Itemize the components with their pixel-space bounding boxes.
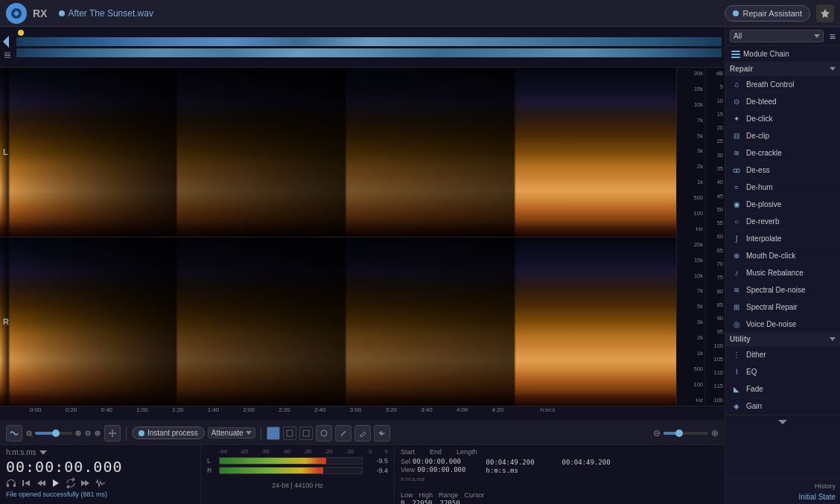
sel-end-value: 00:04:49.200: [486, 459, 553, 466]
zoom-handle[interactable]: [52, 430, 60, 437]
transport-area: h:m:s.ms 00:00:00.000 File opened succes…: [0, 445, 201, 504]
de-ess-icon: ꝏ: [731, 165, 742, 175]
zoom-in-icon[interactable]: [711, 430, 719, 437]
menu-item-de-clip[interactable]: ⊟ De-clip: [725, 127, 840, 144]
interpolate-icon: ∫: [731, 233, 742, 243]
brush-tool-btn[interactable]: [335, 425, 351, 441]
zoom-out-icon[interactable]: [653, 430, 661, 437]
menu-item-de-crackle[interactable]: ≋ De-crackle: [725, 144, 840, 162]
prev-icon[interactable]: [21, 478, 31, 488]
instant-process-button[interactable]: Instant process: [132, 427, 205, 439]
utility-section-header[interactable]: Utility: [725, 333, 840, 346]
waveform-view-btn[interactable]: [6, 425, 22, 441]
waveform-tool-btn[interactable]: [374, 425, 390, 441]
voice-de-noise-icon: ◎: [731, 319, 742, 329]
menu-item-voice-de-noise[interactable]: ◎ Voice De-noise: [725, 316, 840, 333]
view-btn-1[interactable]: [267, 427, 280, 440]
menu-item-de-hum[interactable]: ≈ De-hum: [725, 179, 840, 196]
freq-10k-top: 10k: [678, 101, 703, 108]
module-chain-item[interactable]: Module Chain: [725, 46, 840, 63]
channel-l-label: L: [207, 457, 216, 465]
expand-icon[interactable]: [778, 418, 787, 424]
rewind-icon[interactable]: [36, 478, 46, 488]
view-btn-3[interactable]: [299, 427, 313, 440]
menu-item-spectral-repair[interactable]: ⊞ Spectral Repair: [725, 299, 840, 316]
freq-100-top: 100: [678, 210, 703, 217]
menu-item-de-click[interactable]: ✦ De-click: [725, 110, 840, 127]
status-bar: h:m:s.ms 00:00:00.000 File opened succes…: [0, 444, 725, 504]
level-l-value: -9.5: [366, 457, 388, 465]
fade-icon: ◣: [731, 383, 742, 394]
tick-140: 1:40: [208, 406, 220, 413]
history-initial-state[interactable]: Initial State: [730, 493, 836, 501]
de-bleed-label: De-bleed: [746, 98, 777, 106]
de-hum-label: De-hum: [746, 183, 773, 191]
select-tool-btn[interactable]: [316, 425, 332, 441]
repair-section-header[interactable]: Repair: [725, 63, 840, 76]
freq-100-bot: 100: [678, 381, 703, 388]
utility-section: Utility ⋮ Dither ⌇ EQ ◣ Fade ◈ Gain: [725, 333, 840, 415]
pencil-tool-btn[interactable]: [354, 425, 371, 441]
view-end-value: h:m:s.ms: [486, 467, 553, 474]
menu-item-spectral-de-noise[interactable]: ≋ Spectral De-noise: [725, 281, 840, 299]
menu-item-eq[interactable]: ⌇ EQ: [725, 363, 840, 380]
menu-item-fade[interactable]: ◣ Fade: [725, 380, 840, 398]
de-reverb-label: De-reverb: [746, 217, 779, 226]
zoom-right-handle[interactable]: [675, 430, 683, 437]
top-action-icon[interactable]: [816, 4, 834, 22]
spectrogram-bottom[interactable]: R: [0, 237, 676, 406]
menu-item-gain[interactable]: ◈ Gain: [725, 398, 840, 415]
menu-item-music-rebalance[interactable]: ♪ Music Rebalance: [725, 264, 840, 281]
breath-control-icon: ♫: [731, 79, 742, 89]
freq-2k-top: 2k: [678, 163, 703, 170]
de-crackle-icon: ≋: [731, 147, 742, 158]
svg-rect-18: [287, 430, 293, 436]
instant-process-label: Instant process: [147, 429, 198, 437]
menu-item-de-plosive[interactable]: ◉ De-plosive: [725, 196, 840, 213]
play-icon[interactable]: [51, 478, 61, 488]
menu-item-de-ess[interactable]: ꝏ De-ess: [725, 162, 840, 179]
de-clip-label: De-clip: [746, 132, 769, 140]
svg-rect-17: [270, 430, 276, 436]
svg-marker-30: [53, 479, 59, 487]
level-bar-l: [219, 457, 363, 465]
menu-item-mouth-de-click[interactable]: ⊕ Mouth De-click: [725, 247, 840, 264]
spectral-repair-label: Spectral Repair: [746, 303, 798, 311]
sel-length-value: 00:04:49.200: [562, 459, 629, 466]
time-format-arrow[interactable]: [39, 450, 47, 455]
format-info: 24-bit | 44100 Hz: [207, 482, 388, 489]
repair-assistant-button[interactable]: Repair Assistant: [725, 5, 810, 22]
attenuation-select[interactable]: Attenuate: [208, 427, 255, 438]
sel-col: Start End Length Sel 00:00:00.000 View 0…: [401, 448, 477, 482]
hamburger-icon[interactable]: ≡: [830, 31, 836, 42]
repair-label: Repair: [730, 65, 753, 73]
headphone-icon[interactable]: [6, 478, 16, 488]
spectrogram-top[interactable]: L: [0, 68, 676, 237]
pan-tool-btn[interactable]: [104, 425, 121, 441]
freq-col: Low High Range Cursor 0 22050 22050 Hz: [401, 491, 485, 504]
waveform-icon[interactable]: [95, 478, 106, 488]
interpolate-label: Interpolate: [746, 235, 781, 243]
timeline: 0:00 0:20 0:40 1:00 1:20 1:40 2:00 2:20 …: [0, 406, 725, 421]
low-value: 0: [401, 500, 404, 504]
tick-100: 1:00: [136, 406, 148, 413]
menu-item-de-bleed[interactable]: ⊙ De-bleed: [725, 93, 840, 110]
tick-300: 3:00: [350, 406, 362, 413]
level-labels: -Inf -60 -50 -40 -30 -20 -10 -3 0: [207, 448, 388, 455]
menu-item-dither[interactable]: ⋮ Dither: [725, 346, 840, 363]
level-bar-r: [219, 467, 363, 474]
menu-item-breath-control[interactable]: ♫ Breath Control: [725, 76, 840, 93]
fade-label: Fade: [746, 385, 763, 393]
filter-value: All: [734, 32, 742, 40]
freq-1k-bot: 1k: [678, 350, 703, 357]
end-label: End: [430, 448, 442, 456]
loop-icon[interactable]: [66, 478, 76, 488]
forward-icon[interactable]: [80, 478, 91, 488]
range-label: Range: [439, 491, 459, 499]
filter-dropdown[interactable]: All: [730, 30, 824, 42]
svg-rect-34: [731, 54, 740, 55]
menu-item-interpolate[interactable]: ∫ Interpolate: [725, 230, 840, 247]
view-btn-2[interactable]: [283, 427, 296, 440]
menu-item-de-reverb[interactable]: ○ De-reverb: [725, 213, 840, 230]
de-click-label: De-click: [746, 115, 773, 123]
